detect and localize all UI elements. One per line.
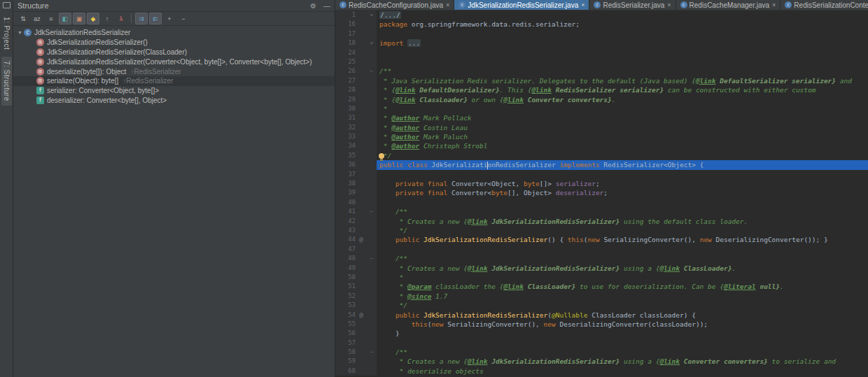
editor-gutter[interactable]: 24	[335, 48, 377, 57]
code-line[interactable]: 60 * deserialize objects	[335, 367, 868, 376]
expand-all-icon[interactable]: +	[163, 13, 176, 24]
editor-tab[interactable]: cRedisCacheConfiguration.java×	[335, 0, 454, 10]
editor-tab[interactable]: cRedisSerializationContext.java×	[780, 0, 868, 10]
code-line[interactable]: 58− /**	[335, 348, 868, 357]
show-anonymous-classes-icon[interactable]: ◆	[87, 13, 99, 24]
hide-panel-icon[interactable]: —	[323, 2, 330, 10]
gutter-annotation-icon[interactable]: @	[356, 311, 367, 320]
editor-gutter[interactable]: 47	[335, 245, 377, 254]
tool-windows-icon[interactable]	[3, 2, 10, 8]
editor-gutter[interactable]: 58−	[335, 348, 377, 357]
editor-gutter[interactable]: 38	[335, 179, 377, 188]
editor-gutter[interactable]: 35	[335, 151, 377, 160]
editor-gutter[interactable]: 49	[335, 264, 377, 273]
group-methods-icon[interactable]: ≡	[45, 13, 57, 24]
fold-marker-icon[interactable]: −	[367, 348, 377, 357]
code-line[interactable]: 40	[335, 198, 868, 207]
tool-window-button[interactable]: 7: Structure	[1, 57, 12, 106]
code-line[interactable]: 27 * Java Serialization Redis serializer…	[335, 76, 868, 85]
code-line[interactable]: 37	[335, 170, 868, 179]
code-line[interactable]: 50 *	[335, 273, 868, 282]
tree-item[interactable]: mJdkSerializationRedisSerializer(ClassLo…	[13, 48, 335, 57]
editor-gutter[interactable]: 18+	[335, 38, 377, 48]
code-line[interactable]: 55 this(new SerializingConverter(), new …	[335, 320, 868, 329]
editor-gutter[interactable]: 32	[335, 123, 377, 132]
code-line[interactable]: 39 private final Converter<byte[], Objec…	[335, 188, 868, 197]
tree-item[interactable]: mJdkSerializationRedisSerializer()	[13, 38, 335, 48]
fold-marker-icon[interactable]: −	[367, 66, 377, 76]
gutter-annotation-icon[interactable]: @	[356, 235, 367, 244]
show-lambdas-icon[interactable]: λ	[115, 13, 127, 24]
tree-item[interactable]: mserialize(Object): byte[]↑RedisSerializ…	[13, 76, 335, 86]
code-line[interactable]: 36public class JdkSerializationRedisSeri…	[335, 160, 868, 169]
tab-close-icon[interactable]: ×	[772, 1, 776, 8]
code-line[interactable]: 54@ public JdkSerializationRedisSerializ…	[335, 311, 868, 320]
tab-close-icon[interactable]: ×	[581, 1, 584, 8]
editor-gutter[interactable]: 29	[335, 95, 377, 104]
autoscroll-to-source-icon[interactable]: ⇉	[135, 13, 148, 24]
code-line[interactable]: 31 * @author Mark Pollack	[335, 113, 868, 122]
tree-item[interactable]: fserializer: Converter<Object, byte[]>	[13, 86, 335, 96]
editor-gutter[interactable]: 26−	[335, 66, 377, 76]
fold-marker-icon[interactable]: −	[367, 207, 377, 216]
code-line[interactable]: 52 * @since 1.7	[335, 292, 868, 301]
code-line[interactable]: 42 * Creates a new {@link JdkSerializati…	[335, 217, 868, 226]
editor-gutter[interactable]: 54@	[335, 311, 377, 320]
code-line[interactable]: 30 *	[335, 104, 868, 113]
code-line[interactable]: 33 * @author Mark Paluch	[335, 132, 868, 141]
editor-tab[interactable]: cJdkSerializationRedisSerializer.java×	[454, 0, 589, 10]
code-line[interactable]: 25	[335, 57, 868, 66]
autoscroll-from-source-icon[interactable]: ⇇	[149, 13, 162, 24]
editor-gutter[interactable]: 44@	[335, 235, 377, 244]
chevron-down-icon[interactable]: ▼	[16, 30, 24, 35]
tab-close-icon[interactable]: ×	[446, 1, 449, 8]
code-line[interactable]: 34 * @author Christoph Strobl	[335, 141, 868, 150]
show-properties-icon[interactable]: ◧	[59, 13, 71, 24]
code-line[interactable]: 49 * Creates a new {@link JdkSerializati…	[335, 264, 868, 273]
code-line[interactable]: 32 * @author Costin Leau	[335, 123, 868, 132]
editor-tab[interactable]: cRedisSerializer.java×	[589, 0, 676, 10]
editor-gutter[interactable]: 30	[335, 104, 377, 113]
code-line[interactable]: 51 * @param classLoader the {@link Class…	[335, 282, 868, 291]
code-line[interactable]: 56 }	[335, 329, 868, 338]
show-inherited-icon[interactable]: ↑	[101, 13, 113, 24]
collapse-all-icon[interactable]: −	[177, 13, 190, 24]
editor-gutter[interactable]: 16	[335, 20, 377, 29]
code-line[interactable]: 16package org.springframework.data.redis…	[335, 20, 868, 29]
code-line[interactable]: 38 private final Converter<Object, byte[…	[335, 179, 868, 188]
editor-gutter[interactable]: 50	[335, 273, 377, 282]
code-line[interactable]: 48− /**	[335, 254, 868, 263]
fold-marker-icon[interactable]: +	[367, 10, 377, 20]
code-line[interactable]: 17	[335, 29, 868, 38]
tool-window-button[interactable]: 1: Project	[1, 13, 12, 54]
editor-gutter[interactable]: 36	[335, 160, 377, 169]
fold-marker-icon[interactable]: −	[367, 254, 377, 263]
code-line[interactable]: 59 * Creates a new {@link JdkSerializati…	[335, 357, 868, 366]
sort-alphabetically-icon[interactable]: az	[31, 13, 43, 24]
editor-gutter[interactable]: 43	[335, 226, 377, 235]
editor-gutter[interactable]: 1+	[335, 10, 377, 20]
tree-item[interactable]: mdeserialize(byte[]): Object↑RedisSerial…	[13, 66, 335, 76]
editor-gutter[interactable]: 37	[335, 170, 377, 179]
editor-gutter[interactable]: 17	[335, 29, 377, 38]
code-line[interactable]: 29 * {@link ClassLoader} or own {@link C…	[335, 95, 868, 104]
code-line[interactable]: 26−/**	[335, 66, 868, 76]
editor-gutter[interactable]: 51	[335, 282, 377, 291]
editor-gutter[interactable]: 56	[335, 329, 377, 338]
editor-gutter[interactable]: 59	[335, 357, 377, 366]
code-line[interactable]: 18+import ...	[335, 38, 868, 48]
editor-gutter[interactable]: 48−	[335, 254, 377, 263]
editor-gutter[interactable]: 60	[335, 367, 377, 376]
settings-gear-icon[interactable]: ⚙	[310, 2, 316, 10]
intention-bulb-icon[interactable]	[379, 153, 384, 159]
code-line[interactable]: 44@ public JdkSerializationRedisSerializ…	[335, 235, 868, 244]
editor-gutter[interactable]: 52	[335, 292, 377, 301]
editor-gutter[interactable]: 25	[335, 57, 377, 66]
code-line[interactable]: 1+/.../	[335, 10, 868, 20]
tree-item[interactable]: mJdkSerializationRedisSerializer(Convert…	[13, 57, 335, 66]
editor-gutter[interactable]: 42	[335, 217, 377, 226]
tab-close-icon[interactable]: ×	[667, 1, 671, 8]
editor-gutter[interactable]: 53	[335, 301, 377, 310]
code-line[interactable]: 47	[335, 245, 868, 254]
editor-gutter[interactable]: 31	[335, 113, 377, 122]
